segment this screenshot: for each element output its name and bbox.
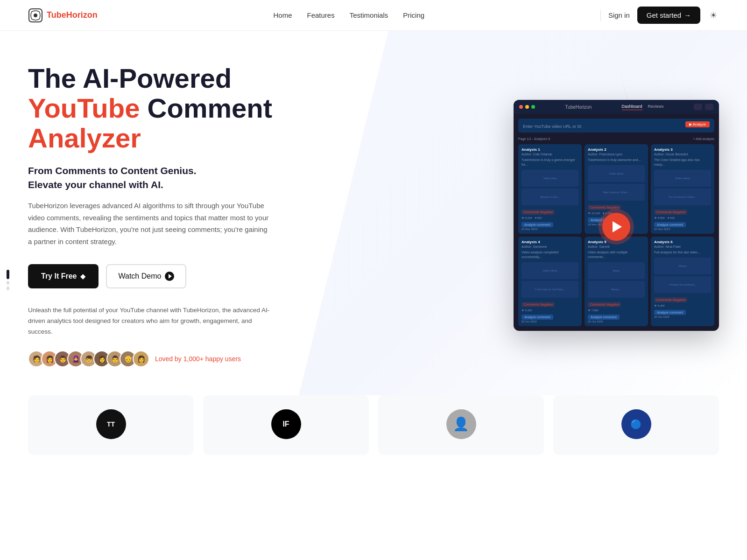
play-overlay-button[interactable]: [602, 213, 630, 241]
analyze-button[interactable]: ▶ Analyze: [685, 121, 710, 127]
logo-link[interactable]: TubeHorizon: [28, 8, 98, 23]
card-thumb-5b: Mama...: [588, 281, 645, 298]
analysis-card-1: Analysis 1 Author: Cole Orlando TubeHori…: [518, 144, 582, 234]
hero-left-content: The AI-Powered YouTube Comment Analyzer …: [28, 63, 272, 367]
reviews-tab[interactable]: Reviews: [648, 104, 664, 110]
nav-home[interactable]: Home: [273, 11, 292, 19]
analysis-card-3: Analysis 3 Author: Oscar Benedict The Co…: [651, 144, 714, 234]
scroll-dot-active: [7, 270, 9, 279]
card-title-2: Analysis 2: [588, 147, 645, 152]
nav-testimonials[interactable]: Testimonials: [350, 11, 388, 19]
card-thumb-6: Mama: [654, 258, 711, 274]
window-dots: [519, 105, 535, 109]
nav-divider: [600, 10, 601, 21]
watch-demo-button[interactable]: Watch Demo: [106, 264, 186, 288]
card-date-4: 30 Oct 2023: [521, 320, 578, 323]
card-thumb-5: Ideas: [588, 262, 645, 279]
card-author-5: Author: Garrett: [588, 245, 645, 248]
diamond-icon: ◆: [80, 273, 85, 280]
logo-icon: [28, 8, 43, 23]
card-analyze-btn-4[interactable]: Analyze comment: [521, 315, 553, 320]
avatar-9: 👩: [133, 350, 149, 367]
search-placeholder-text: Enter YouTube video URL or ID: [523, 124, 581, 129]
hero-users: 🧑 👩 👨 🧕 👦 👩 👨 👴 👩 Loved by 1,000+ happy …: [28, 350, 272, 367]
card-title-6: Analysis 6: [654, 240, 711, 244]
bottom-card-4: 🔵: [553, 395, 719, 455]
card-negative-1: Comments Negative: [521, 210, 555, 215]
card-analyze-btn-1[interactable]: Analyze comment: [521, 222, 553, 227]
card-date-3: 02 Nov 2023: [654, 228, 711, 231]
card-author-2: Author: Francesca Lynn: [588, 153, 645, 156]
dash-action-2[interactable]: [705, 104, 713, 110]
bottom-card-1: TT: [28, 395, 194, 455]
dashboard-title-text: TubeHorizon: [565, 105, 592, 110]
card-author-4: Author: Someone: [521, 245, 578, 248]
card-desc-3: The Color Graded app also has many...: [654, 158, 711, 167]
try-free-button[interactable]: Try It Free ◆: [28, 264, 99, 288]
card-thumb-3b: Try to Improve Video...: [654, 189, 711, 205]
scroll-dot-1: [7, 281, 9, 285]
hero-right-dashboard: TubeHorizon Dashboard Reviews Enter YouT…: [514, 100, 719, 330]
card-title-1: Analysis 1: [521, 147, 578, 152]
card-thumb-2b: New Improve Video...: [588, 184, 645, 201]
card-analyze-btn-3[interactable]: Analyze comment: [654, 222, 686, 227]
maximize-dot: [531, 105, 535, 109]
card-desc-1: TubeHorizon is truly a game-changer for.…: [521, 158, 578, 167]
bottom-avatar-3: 👤: [446, 409, 476, 439]
try-free-label: Try It Free: [41, 272, 77, 280]
card-negative-2: Comments Negative: [588, 205, 621, 210]
getstarted-label: Get started: [647, 11, 681, 19]
dash-action-1[interactable]: [694, 104, 702, 110]
card-negative-3: Comments Negative: [654, 210, 687, 215]
hero-section: The AI-Powered YouTube Comment Analyzer …: [0, 31, 747, 395]
nav-pricing[interactable]: Pricing: [403, 11, 424, 19]
nav-features[interactable]: Features: [307, 11, 335, 19]
hero-secondary-text: Unleash the full potential of your YouTu…: [28, 305, 271, 337]
card-desc-4: Video analysis completed successfully...: [521, 250, 578, 259]
nav-links: Home Features Testimonials Pricing: [273, 11, 424, 19]
card-stats-3: 👁 8,500 ♥ 920: [654, 217, 711, 219]
hero-subtitle: From Comments to Content Genius. Elevate…: [28, 164, 272, 191]
bottom-avatar-1: TT: [96, 409, 126, 439]
card-analyze-btn-5[interactable]: Analyze comment: [588, 315, 620, 320]
hero-subtitle-line1: From Comments to Content Genius.: [28, 165, 197, 176]
dashboard-actions: [694, 104, 713, 110]
svg-point-1: [34, 14, 37, 17]
scroll-indicator: [7, 270, 9, 290]
user-avatars: 🧑 👩 👨 🧕 👦 👩 👨 👴 👩: [28, 350, 149, 367]
card-date-5: 25 Oct 2023: [588, 320, 645, 323]
card-author-1: Author: Cole Orlando: [521, 153, 578, 156]
logo-horizon: Horizon: [66, 10, 98, 20]
bottom-cards-section: TT IF 👤 🔵: [0, 395, 747, 474]
getstarted-arrow-icon: →: [684, 11, 691, 19]
bottom-avatar-4: 🔵: [621, 409, 651, 439]
card-thumb-3: Video Ideas: [654, 170, 711, 187]
theme-toggle-button[interactable]: ☀: [708, 8, 719, 22]
dashboard-tab[interactable]: Dashboard: [622, 104, 642, 110]
card-analyze-btn-6[interactable]: Analyze comment: [654, 310, 686, 315]
card-stats-6: 👁 6,300: [654, 304, 711, 307]
card-title-4: Analysis 4: [521, 240, 578, 244]
loved-text: Loved by 1,000+ happy users: [155, 355, 241, 363]
signin-button[interactable]: Sign in: [608, 11, 630, 19]
nav-right: Sign in Get started → ☀: [600, 7, 719, 24]
dashboard-title-bar: TubeHorizon: [565, 105, 592, 110]
dash-nav-info: Page 1/1 - Analyses 6 + Add analysis: [518, 137, 714, 140]
hero-title-comment: Comment: [140, 93, 272, 123]
analysis-card-4: Analysis 4 Author: Someone Video analysi…: [518, 237, 582, 326]
card-thumb-2: Video Ideas: [588, 165, 645, 182]
hero-buttons: Try It Free ◆ Watch Demo: [28, 264, 272, 288]
card-negative-4: Comments Negative: [521, 302, 555, 307]
card-desc-2: TubeHorizon is truly awesome and...: [588, 158, 645, 162]
hero-description: TubeHorizon leverages advanced AI algori…: [28, 200, 271, 247]
card-thumb-4: Video Ideas: [521, 262, 578, 279]
card-desc-5: Video analysis with multiple comments...: [588, 250, 645, 259]
hero-subtitle-line2: Elevate your channel with AI.: [28, 179, 163, 190]
getstarted-button[interactable]: Get started →: [637, 7, 700, 24]
bottom-card-2: IF: [203, 395, 369, 455]
bottom-avatar-2: IF: [271, 409, 301, 439]
analysis-card-6: Analysis 6 Author: Nina Patel Full analy…: [651, 237, 714, 326]
card-thumb-6b: • Robby the and/and...: [654, 276, 711, 293]
card-title-3: Analysis 3: [654, 147, 711, 152]
navbar: TubeHorizon Home Features Testimonials P…: [0, 0, 747, 31]
